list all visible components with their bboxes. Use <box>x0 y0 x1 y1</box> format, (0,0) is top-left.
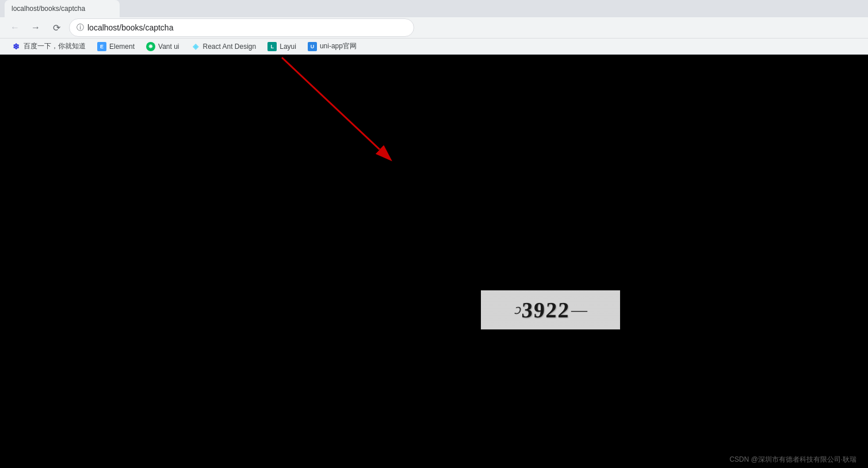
tab-title: localhost/books/captcha <box>12 5 85 13</box>
bookmark-layui[interactable]: L Layui <box>263 40 301 53</box>
security-icon: ⓘ <box>77 22 84 33</box>
bookmark-element-label: Element <box>109 43 135 51</box>
forward-button[interactable]: → <box>28 20 44 36</box>
bookmark-react-ant-design-label: React Ant Design <box>203 43 257 51</box>
footer-text: CSDN @深圳市有德者科技有限公司·耿瑞 <box>729 455 856 465</box>
bookmark-baidu[interactable]: ❄ 百度一下，你就知道 <box>7 39 90 53</box>
address-bar[interactable]: ⓘ localhost/books/captcha <box>69 18 414 37</box>
svg-line-0 <box>282 57 380 149</box>
bookmark-uni-label: uni-app官网 <box>320 41 357 51</box>
baidu-icon: ❄ <box>12 42 21 51</box>
back-button[interactable]: ← <box>7 20 23 36</box>
captcha-image: ↄ 3922 — <box>481 291 620 329</box>
active-tab[interactable]: localhost/books/captcha <box>5 0 120 17</box>
bookmark-vant-label: Vant ui <box>158 43 179 51</box>
captcha-suffix: — <box>571 301 587 319</box>
footer: CSDN @深圳市有德者科技有限公司·耿瑞 <box>0 451 868 468</box>
bookmark-uni[interactable]: U uni-app官网 <box>303 39 361 53</box>
element-icon: E <box>97 42 106 51</box>
url-text: localhost/books/captcha <box>87 23 173 32</box>
bookmarks-bar: ❄ 百度一下，你就知道 E Element ❋ Vant ui ◈ React … <box>0 38 868 54</box>
captcha-container[interactable]: ↄ 3922 — <box>481 290 620 329</box>
uni-icon: U <box>308 42 317 51</box>
bookmark-vant[interactable]: ❋ Vant ui <box>142 40 183 53</box>
reload-button[interactable]: ⟳ <box>48 20 64 36</box>
captcha-code: 3922 <box>521 297 571 323</box>
annotation-arrow <box>0 55 868 227</box>
bookmark-element[interactable]: E Element <box>93 40 139 53</box>
browser-chrome: localhost/books/captcha ← → ⟳ ⓘ localhos… <box>0 0 868 55</box>
layui-icon: L <box>267 42 277 51</box>
vant-icon: ❋ <box>146 42 155 51</box>
bookmark-layui-label: Layui <box>280 43 296 51</box>
page-content: ↄ 3922 — CSDN @深圳市有德者科技有限公司·耿瑞 <box>0 55 868 468</box>
browser-tabs: localhost/books/captcha <box>0 0 868 17</box>
bookmark-react-ant-design[interactable]: ◈ React Ant Design <box>186 40 261 53</box>
browser-toolbar: ← → ⟳ ⓘ localhost/books/captcha <box>0 17 868 38</box>
captcha-prefix: ↄ <box>514 302 521 317</box>
react-icon: ◈ <box>191 42 200 51</box>
bookmark-baidu-label: 百度一下，你就知道 <box>24 41 86 51</box>
